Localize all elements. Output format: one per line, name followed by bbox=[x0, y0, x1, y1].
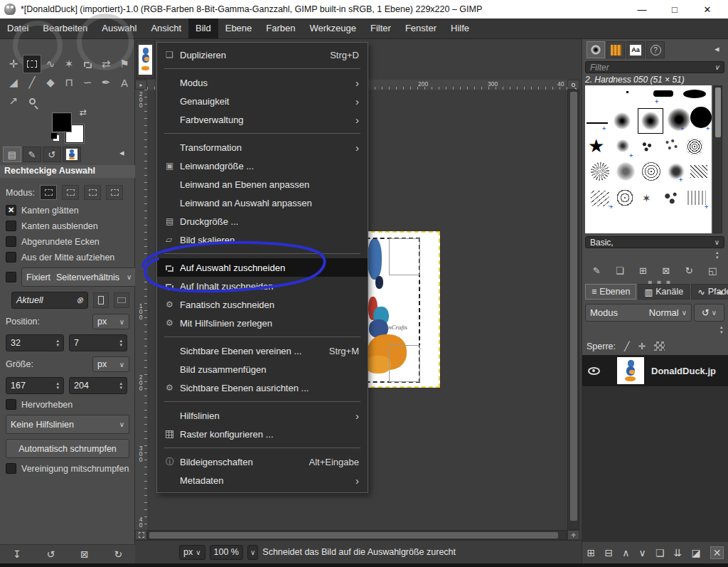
tab-tool-options[interactable]: ▤ bbox=[3, 147, 21, 162]
checkbox-highlight[interactable] bbox=[6, 399, 16, 410]
tab-fonts[interactable]: Aa bbox=[626, 41, 645, 58]
checkbox-expand-from-center[interactable] bbox=[6, 252, 16, 263]
mode-add-button[interactable] bbox=[62, 185, 79, 200]
merge-down-icon[interactable]: ⇊ bbox=[674, 547, 682, 558]
size-width-spinbox[interactable]: 167 ▴▾ bbox=[6, 377, 64, 394]
menu-item-druckgroesse[interactable]: ▤ Druckgröße ... bbox=[157, 212, 368, 230]
lock-pixels-icon[interactable]: ╱ bbox=[624, 341, 630, 351]
menu-item-leinwand-an-auswahl[interactable]: Leinwand an Auswahl anpassen bbox=[157, 194, 368, 212]
brush-thumbnail[interactable] bbox=[591, 191, 609, 206]
duplicate-brush-icon[interactable]: ⊞ bbox=[639, 265, 647, 276]
horizontal-scrollbar[interactable] bbox=[147, 530, 567, 540]
free-select-tool-button[interactable]: ∿ bbox=[41, 55, 60, 73]
aspect-ratio-input[interactable]: Aktuell ⊗ bbox=[11, 292, 88, 309]
scrollbar-thumb[interactable] bbox=[715, 88, 721, 137]
lower-layer-icon[interactable]: ∨ bbox=[639, 547, 646, 558]
brush-filter-input[interactable]: Filter ∨ bbox=[585, 61, 724, 73]
tab-image-thumbnail[interactable] bbox=[63, 147, 81, 162]
open-brush-as-image-icon[interactable]: ◱ bbox=[708, 265, 717, 276]
spinner-arrows-icon[interactable]: ▴▾ bbox=[56, 339, 59, 347]
menu-item-raster-konfigurieren[interactable]: Raster konfigurieren ... bbox=[157, 425, 368, 443]
portrait-button[interactable] bbox=[93, 292, 109, 308]
brush-thumbnail[interactable]: ★ bbox=[588, 137, 604, 155]
checkbox-rounded-corners[interactable] bbox=[6, 236, 16, 247]
menu-item-metadaten[interactable]: Metadaten › bbox=[157, 471, 368, 489]
mode-intersect-button[interactable] bbox=[106, 185, 123, 200]
size-unit-dropdown[interactable]: px ∨ bbox=[92, 356, 129, 372]
scrollbar-thumb[interactable] bbox=[149, 532, 558, 539]
swap-colors-icon[interactable]: ⇄ bbox=[80, 107, 87, 117]
brush-thumbnail[interactable] bbox=[668, 108, 690, 131]
brush-thumbnail[interactable] bbox=[683, 90, 706, 98]
move-tool-button[interactable]: ✛ bbox=[4, 55, 23, 73]
edit-brush-icon[interactable]: ✎ bbox=[593, 265, 601, 276]
menu-bild[interactable]: Bild bbox=[188, 18, 218, 38]
eraser-tool-button[interactable]: ◆ bbox=[41, 73, 60, 92]
brush-thumbnail[interactable] bbox=[686, 138, 703, 155]
navigation-button[interactable]: ✛ bbox=[567, 530, 579, 540]
brush-grid[interactable]: ★ ✶ + + + + + + + + bbox=[585, 85, 712, 233]
menu-item-hilfslinien[interactable]: Hilfslinien › bbox=[157, 406, 368, 425]
menu-hilfe[interactable]: Hilfe bbox=[444, 18, 476, 38]
visibility-eye-icon[interactable] bbox=[588, 367, 600, 375]
menu-item-leinwand-an-ebenen[interactable]: Leinwand an Ebenen anpassen bbox=[157, 175, 368, 194]
brush-thumbnail[interactable] bbox=[616, 189, 633, 206]
ink-tool-button[interactable]: ✒ bbox=[97, 73, 115, 92]
menu-item-farbverwaltung[interactable]: Farbverwaltung › bbox=[157, 110, 368, 129]
layer-row[interactable]: DonaldDuck.jp bbox=[582, 355, 728, 386]
mode-switch-button[interactable]: ↺ ∨ bbox=[694, 304, 724, 322]
new-brush-icon[interactable]: ❏ bbox=[616, 265, 624, 276]
layer-mask-icon[interactable]: ◪ bbox=[691, 547, 700, 558]
maximize-button[interactable]: □ bbox=[658, 0, 691, 18]
checkbox-shrink-merged[interactable] bbox=[6, 463, 16, 474]
transform-tool-button[interactable]: ⇄ bbox=[97, 55, 115, 73]
spacing-spinner[interactable]: ▴▾ bbox=[716, 250, 719, 260]
new-group-icon[interactable]: ⊟ bbox=[604, 547, 613, 558]
lock-alpha-icon[interactable] bbox=[654, 341, 665, 351]
image-tab[interactable] bbox=[136, 41, 155, 79]
layer-mode-dropdown[interactable]: Modus Normal ∨ bbox=[585, 304, 692, 322]
measure-tool-button[interactable]: ⚑ bbox=[115, 55, 134, 73]
checkbox-antialias[interactable]: ✕ bbox=[6, 205, 16, 216]
menu-item-mit-hilfslinien-zerlegen[interactable]: ⚙ Mit Hilfslinien zerlegen bbox=[157, 314, 368, 332]
checkbox-fixed[interactable] bbox=[6, 272, 16, 282]
brush-group-dropdown[interactable]: Basic, ∨ bbox=[585, 236, 724, 248]
foreground-color-swatch[interactable] bbox=[53, 113, 71, 132]
canvas-menu-button[interactable]: ▸ bbox=[135, 80, 147, 90]
zoom-dropdown-button[interactable]: ∨ bbox=[247, 545, 258, 560]
menu-werkzeuge[interactable]: Werkzeuge bbox=[303, 18, 364, 38]
size-height-spinbox[interactable]: 204 ▴▾ bbox=[69, 377, 127, 394]
auto-shrink-button[interactable]: Automatisch schrumpfen bbox=[6, 439, 129, 458]
bucket-fill-tool-button[interactable]: ◢ bbox=[4, 73, 23, 92]
menu-filter[interactable]: Filter bbox=[363, 18, 398, 38]
brush-thumbnail[interactable] bbox=[642, 162, 660, 181]
refresh-brushes-icon[interactable]: ↻ bbox=[685, 265, 693, 276]
brush-scrollbar[interactable] bbox=[713, 85, 722, 233]
spinner-arrows-icon[interactable]: ▴▾ bbox=[56, 381, 59, 390]
tab-brushes[interactable] bbox=[587, 41, 605, 58]
lock-position-icon[interactable]: ✛ bbox=[638, 341, 646, 351]
tab-undo-history[interactable]: ↺ bbox=[43, 147, 61, 162]
text-tool-button[interactable]: A bbox=[115, 73, 134, 92]
menu-item-bild-skalieren[interactable]: ▱ Bild skalieren ... bbox=[157, 230, 368, 249]
paintbrush-tool-button[interactable]: ╱ bbox=[23, 73, 41, 92]
opacity-spinner[interactable]: ▴▾ bbox=[720, 324, 723, 334]
new-layer-icon[interactable]: ⊞ bbox=[587, 547, 596, 558]
zoom-tool-button[interactable] bbox=[23, 92, 41, 110]
brush-thumbnail[interactable] bbox=[690, 165, 707, 178]
reset-options-icon[interactable]: ↻ bbox=[114, 549, 122, 560]
brush-thumbnail[interactable] bbox=[626, 91, 628, 93]
menu-item-transformation[interactable]: Transformation › bbox=[157, 138, 368, 157]
guides-dropdown[interactable]: Keine Hilfslinien ∨ bbox=[6, 415, 129, 434]
zoom-follows-window-button[interactable] bbox=[567, 80, 579, 90]
close-button[interactable]: ✕ bbox=[691, 0, 724, 18]
selected-brush-box[interactable] bbox=[638, 108, 663, 134]
smudge-tool-button[interactable]: ∽ bbox=[78, 73, 97, 92]
menu-item-sichtbare-ebenen-ausrichten[interactable]: ⚙ Sichtbare Ebenen ausrichten ... bbox=[157, 378, 368, 397]
menu-item-bild-zusammenfuegen[interactable]: Bild zusammenfügen bbox=[157, 360, 368, 378]
unit-dropdown[interactable]: px ∨ bbox=[179, 545, 205, 560]
tab-pfade[interactable]: ∿ Pfade bbox=[691, 284, 728, 300]
menu-item-duplizieren[interactable]: ❏ Duplizieren Strg+D bbox=[157, 46, 368, 64]
minimize-button[interactable]: — bbox=[626, 0, 658, 18]
tab-ebenen[interactable]: ≡ Ebenen bbox=[585, 284, 636, 300]
